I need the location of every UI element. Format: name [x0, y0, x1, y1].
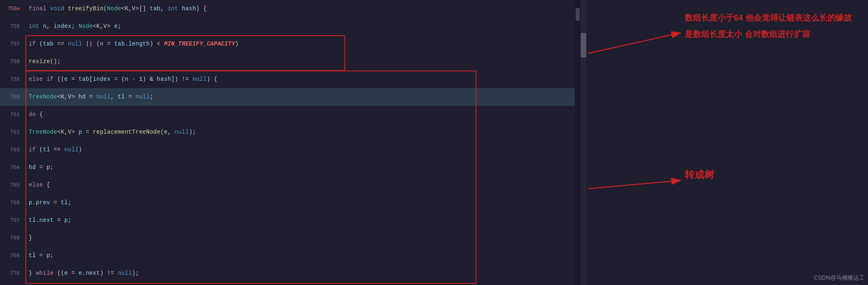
line-content: if (tab == null || (n = tab.length) < MI…: [25, 35, 239, 53]
code-line-765: 765 else {: [0, 176, 586, 194]
svg-line-3: [588, 180, 681, 189]
line-number: 758: [0, 53, 25, 71]
line-content: } while ((e = e.next) != null);: [25, 264, 139, 282]
scrollbar-thumb[interactable]: [581, 33, 586, 57]
code-line-760: 760 TreeNode<K,V> hd = null, tl = null;: [0, 88, 586, 106]
code-panel: 755⊖ final void treeifyBin(Node<K,V>[] t…: [0, 0, 586, 285]
line-number: 763: [0, 141, 25, 159]
code-line-758: 758 resize();: [0, 53, 586, 71]
code-line-764: 764 hd = p;: [0, 159, 586, 176]
code-line-759: 759 else if ((e = tab[index = (n - 1) & …: [0, 71, 586, 88]
line-number: 769: [0, 247, 25, 264]
code-lines: 755⊖ final void treeifyBin(Node<K,V>[] t…: [0, 0, 586, 285]
code-line-761: 761 do {: [0, 106, 586, 123]
line-number: 756: [0, 18, 25, 35]
line-number: 771: [0, 282, 25, 285]
line-number: 765: [0, 176, 25, 194]
line-content: final void treeifyBin(Node<K,V>[] tab, i…: [25, 0, 207, 18]
line-number: 761: [0, 106, 25, 123]
line-content: TreeNode<K,V> hd = null, tl = null;: [25, 88, 153, 106]
code-line-757: 757 if (tab == null || (n = tab.length) …: [0, 35, 586, 53]
line-content: p.prev = tl;: [25, 194, 71, 212]
line-number: 755⊖: [0, 0, 25, 18]
upper-annotation-line2: 是数组长度太小 会对数组进行扩容: [685, 29, 810, 40]
line-content: int n, index; Node<K,V> e;: [25, 18, 121, 35]
code-line-763: 763 if (tl == null): [0, 141, 586, 159]
annotation-panel: 数组长度小于64 他会觉得让链表这么长的缘故 是数组长度太小 会对数组进行扩容 …: [586, 0, 868, 285]
line-content: tl = p;: [25, 247, 54, 264]
code-line-766: 766 p.prev = tl;: [0, 194, 586, 212]
lower-annotation: 转成树: [685, 168, 714, 181]
code-line-756: 756 int n, index; Node<K,V> e;: [0, 18, 586, 35]
line-content: }: [25, 229, 32, 247]
upper-arrow: [586, 0, 868, 285]
line-number: 766: [0, 194, 25, 212]
watermark: CSDN@马桶搬运工: [814, 274, 865, 282]
line-number: 768: [0, 229, 25, 247]
line-number: 757: [0, 35, 25, 53]
line-content: do {: [25, 106, 43, 123]
code-line-770: 770 } while ((e = e.next) != null);: [0, 264, 586, 282]
scrollbar-track[interactable]: [581, 0, 586, 285]
line-content: else {: [25, 176, 50, 194]
upper-annotation-line1: 数组长度小于64 他会觉得让链表这么长的缘故: [685, 12, 852, 23]
code-line-771: 771 if ((tab[index] = hd) != null): [0, 282, 586, 285]
line-number: 770: [0, 264, 25, 282]
line-content: hd = p;: [25, 159, 54, 176]
line-number: 764: [0, 159, 25, 176]
line-number: 762: [0, 123, 25, 141]
line-content: if ((tab[index] = hd) != null): [25, 282, 136, 285]
line-number: 767: [0, 212, 25, 229]
line-content: resize();: [25, 53, 61, 71]
code-line-769: 769 tl = p;: [0, 247, 586, 264]
line-content: TreeNode<K,V> p = replacementTreeNode(e,…: [25, 123, 196, 141]
line-content: else if ((e = tab[index = (n - 1) & hash…: [25, 71, 217, 88]
line-content: if (tl == null): [25, 141, 82, 159]
minimap-thumb: [576, 8, 580, 21]
line-content: tl.next = p;: [25, 212, 71, 229]
code-line-755: 755⊖ final void treeifyBin(Node<K,V>[] t…: [0, 0, 586, 18]
code-line-762: 762 TreeNode<K,V> p = replacementTreeNod…: [0, 123, 586, 141]
line-number: 759: [0, 71, 25, 88]
svg-line-2: [588, 33, 681, 53]
line-number: 760: [0, 88, 25, 106]
code-line-767: 767 tl.next = p;: [0, 212, 586, 229]
code-line-768: 768 }: [0, 229, 586, 247]
minimap-scrollbar: [575, 0, 581, 285]
